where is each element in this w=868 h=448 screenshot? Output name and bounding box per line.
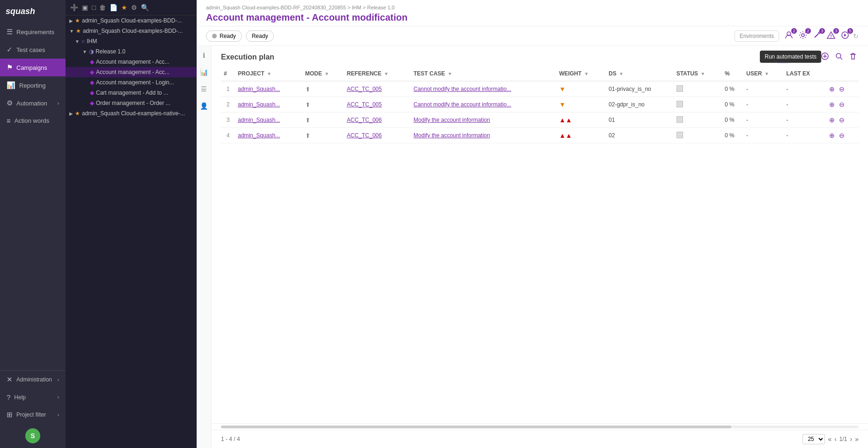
status-checkbox[interactable] [677, 101, 683, 107]
info-icon[interactable]: ℹ [201, 50, 207, 61]
status-checkbox[interactable] [677, 85, 683, 92]
tree-node-order[interactable]: ◆ Order management - Order ... [66, 98, 197, 108]
document-icon[interactable]: 📄 [110, 4, 118, 11]
test-case-link[interactable]: Cannot modify the account informatio... [413, 86, 511, 92]
delete-icon[interactable]: 🗑 [99, 4, 106, 11]
delete-exec-button[interactable] [847, 51, 859, 64]
col-status[interactable]: STATUS ▼ [674, 67, 722, 81]
tree-node-bdd2[interactable]: ▼ ★ admin_Squash Cloud-examples-BDD-... [66, 26, 197, 36]
sidebar-item-test-cases[interactable]: ✓ Test cases [0, 41, 66, 59]
warning-icon[interactable]: 3 [825, 30, 837, 42]
col-user[interactable]: USER ▼ [743, 67, 783, 81]
tree-node-ihm[interactable]: ▼ ○ IHM [66, 36, 197, 46]
tree-node-native[interactable]: ▶ ★ admin_Squash Cloud-examples-native-.… [66, 108, 197, 119]
refresh-icon[interactable]: ↻ [853, 32, 859, 40]
project-link[interactable]: admin_Squash... [238, 132, 280, 139]
row-mode: ⬆ [302, 97, 344, 112]
sidebar-item-project-filter[interactable]: ⊞ Project filter › [0, 406, 66, 424]
settings-icon[interactable]: 2 [797, 30, 809, 42]
reference-link[interactable]: ACC_TC_006 [347, 117, 382, 123]
remove-btn[interactable]: ⊖ [838, 116, 846, 124]
status-checkbox[interactable] [677, 132, 683, 138]
col-project[interactable]: PROJECT ▼ [235, 67, 302, 81]
user-assign-icon[interactable]: 👤 [198, 100, 210, 112]
sidebar-item-campaigns[interactable]: ⚑ Campaigns [0, 59, 66, 76]
copy-button[interactable] [805, 51, 817, 64]
project-link[interactable]: admin_Squash... [238, 86, 280, 92]
execute-btn[interactable]: ⊕ [828, 116, 836, 124]
remove-btn[interactable]: ⊖ [838, 131, 846, 140]
next-page-btn[interactable]: › [850, 435, 853, 443]
last-page-btn[interactable]: » [855, 435, 859, 443]
grid-button[interactable] [791, 51, 802, 64]
col-mode[interactable]: MODE ▼ [302, 67, 344, 81]
test-case-link[interactable]: Modify the account information [413, 132, 490, 139]
tree-node-release[interactable]: ▼ ◑ Release 1.0 [66, 46, 197, 57]
svg-rect-9 [797, 53, 800, 56]
page-size-select[interactable]: 25 [802, 434, 825, 444]
avatar[interactable]: S [25, 428, 40, 443]
row-last-ex: - [783, 128, 824, 143]
copy-icon[interactable]: ▣ [82, 4, 88, 11]
execute-btn[interactable]: ⊕ [828, 100, 836, 109]
status-badge-2[interactable]: Ready [246, 30, 274, 42]
tree-node-acc-mod1[interactable]: ◆ Account management - Acc... [66, 57, 197, 67]
tree-node-cart[interactable]: ◆ Cart management - Add to ... [66, 88, 197, 98]
search-exec-button[interactable] [833, 51, 845, 64]
test-case-link[interactable]: Cannot modify the account informatio... [413, 101, 511, 108]
reference-link[interactable]: ACC_TC_005 [347, 101, 382, 108]
exec-plan-title: Execution plan [221, 53, 274, 61]
reference-link[interactable]: ACC_TC_005 [347, 86, 382, 92]
col-weight[interactable]: WEIGHT ▼ [556, 67, 606, 81]
tree-node-bdd1[interactable]: ▶ ★ admin_Squash Cloud-examples-BDD-... [66, 15, 197, 26]
project-link[interactable]: admin_Squash... [238, 117, 280, 123]
row-reference: ACC_TC_005 [344, 97, 411, 112]
row-mode: ⬆ [302, 112, 344, 128]
add-row-button[interactable] [819, 51, 831, 64]
list-icon[interactable]: ☰ [199, 83, 209, 95]
prev-page-btn[interactable]: ‹ [834, 435, 837, 443]
test-case-link[interactable]: Modify the account information [413, 117, 490, 123]
first-page-btn[interactable]: « [828, 435, 831, 443]
col-percent[interactable]: % [722, 67, 743, 81]
execute-btn[interactable]: ⊕ [828, 85, 836, 93]
remove-btn[interactable]: ⊖ [838, 100, 846, 109]
status-checkbox[interactable] [677, 116, 683, 123]
sidebar-item-help[interactable]: ? Help › [0, 388, 66, 406]
tree-node-acc-login[interactable]: ◆ Account management - Login... [66, 77, 197, 88]
col-ds[interactable]: DS ▼ [606, 67, 674, 81]
settings-button[interactable] [777, 51, 788, 64]
chart-icon[interactable]: 📊 [198, 67, 210, 78]
sidebar-item-label: Action words [15, 117, 49, 124]
reference-link[interactable]: ACC_TC_006 [347, 132, 382, 139]
run-automated-btn[interactable]: 5 [839, 30, 851, 42]
svg-rect-11 [797, 57, 800, 60]
star-icon[interactable]: ★ [121, 4, 127, 11]
content-area: Execution plan [212, 46, 868, 448]
collapse-icon: ▼ [69, 29, 74, 34]
add-icon[interactable]: ➕ [70, 4, 78, 11]
tree-node-acc-mod2[interactable]: ◆ Account management - Acc... [66, 67, 197, 77]
col-reference[interactable]: REFERENCE ▼ [344, 67, 411, 81]
sidebar-item-action-words[interactable]: ≡ Action words [0, 112, 66, 129]
sidebar-item-requirements[interactable]: ☰ Requirements [0, 23, 66, 41]
paste-icon[interactable]: □ [92, 4, 96, 11]
col-last-ex[interactable]: LAST EX [783, 67, 824, 81]
sidebar-item-automation[interactable]: ⚙ Automation › [0, 94, 66, 112]
play-button[interactable] [763, 51, 774, 64]
project-link[interactable]: admin_Squash... [238, 101, 280, 108]
sidebar-item-reporting[interactable]: 📊 Reporting [0, 76, 66, 94]
settings-icon[interactable]: ⚙ [131, 4, 137, 11]
search-icon[interactable]: 🔍 [141, 4, 149, 11]
wrench-icon[interactable]: 3 [811, 30, 823, 42]
scrollbar-thumb[interactable] [221, 426, 731, 428]
campaign-icon: ◆ [90, 79, 94, 86]
sidebar-item-administration[interactable]: ✕ Administration › [0, 371, 66, 388]
status-bar: Ready Ready Environments 2 [197, 26, 868, 46]
col-test-case[interactable]: TEST CASE ▼ [411, 67, 556, 81]
user-icon[interactable]: 2 [783, 30, 795, 42]
remove-btn[interactable]: ⊖ [838, 85, 846, 93]
row-user: - [743, 97, 783, 112]
execute-btn[interactable]: ⊕ [828, 131, 836, 140]
status-badge-1[interactable]: Ready [206, 30, 242, 42]
